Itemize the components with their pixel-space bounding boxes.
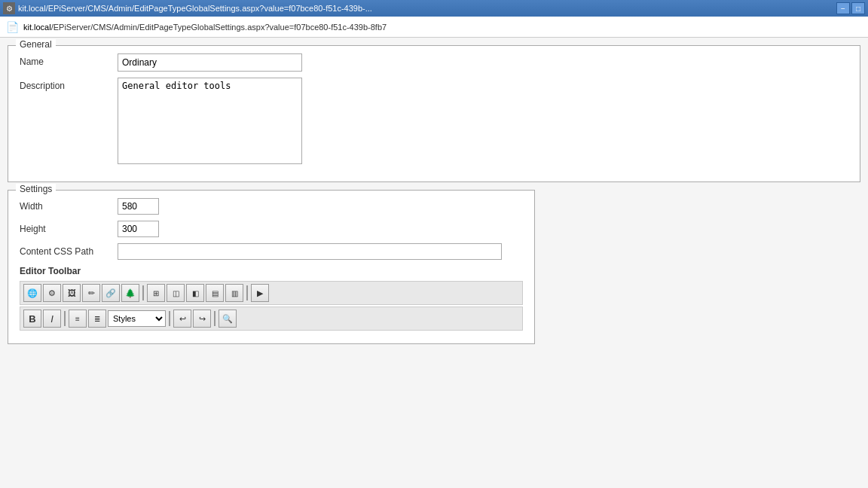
- toolbar-separator-5: [214, 311, 215, 326]
- redo-button[interactable]: ↪: [193, 310, 211, 328]
- unordered-list-icon[interactable]: ≡: [69, 310, 87, 328]
- address-bar: 📄 kit.local/EPiServer/CMS/Admin/EditPage…: [0, 17, 868, 38]
- insert-link-icon[interactable]: 🔗: [102, 284, 120, 302]
- ordered-list-icon[interactable]: ≣: [88, 310, 106, 328]
- media-icon[interactable]: ▶: [251, 284, 269, 302]
- general-fieldset: General Name Description General editor …: [8, 45, 860, 182]
- row-below-icon[interactable]: ▥: [225, 284, 243, 302]
- general-legend: General: [16, 39, 56, 50]
- url-host: kit.local: [23, 23, 51, 32]
- css-path-input[interactable]: [118, 243, 502, 260]
- width-input[interactable]: [118, 198, 159, 215]
- page-icon: 📄: [6, 21, 19, 33]
- find-icon[interactable]: 🔍: [219, 310, 237, 328]
- toolbar-separator-1: [142, 285, 144, 300]
- row-above-icon[interactable]: ▤: [206, 284, 224, 302]
- name-row: Name: [20, 53, 848, 72]
- description-label: Description: [20, 78, 118, 91]
- undo-button[interactable]: ↩: [173, 310, 191, 328]
- edit-icon[interactable]: ✏: [82, 284, 100, 302]
- title-bar-buttons: − □: [836, 2, 865, 14]
- title-bar: ⚙ kit.local/EPiServer/CMS/Admin/EditPage…: [0, 0, 868, 17]
- url-path: /EPiServer/CMS/Admin/EditPageTypeGlobalS…: [51, 23, 387, 32]
- title-bar-text: kit.local/EPiServer/CMS/Admin/EditPageTy…: [18, 4, 833, 13]
- toolbar-separator-3: [64, 311, 66, 326]
- bold-button[interactable]: B: [23, 310, 41, 328]
- col-right-icon[interactable]: ◧: [186, 284, 204, 302]
- css-path-label: Content CSS Path: [20, 243, 118, 257]
- height-input[interactable]: [118, 221, 159, 237]
- toolbar-row-2: B I ≡ ≣ Styles Normal Heading 1 Heading …: [20, 307, 523, 331]
- name-label: Name: [20, 53, 118, 67]
- maximize-button[interactable]: □: [851, 2, 865, 14]
- styles-select[interactable]: Styles Normal Heading 1 Heading 2 Headin…: [108, 310, 166, 327]
- globe-icon[interactable]: 🌐: [23, 284, 41, 302]
- special-chars-icon[interactable]: ⚙: [43, 284, 61, 302]
- app-icon: ⚙: [3, 2, 15, 14]
- description-textarea[interactable]: General editor tools: [118, 78, 302, 164]
- width-row: Width: [20, 198, 523, 215]
- settings-legend: Settings: [16, 184, 56, 194]
- insert-table-icon[interactable]: ⊞: [147, 284, 165, 302]
- image-icon[interactable]: 🖼: [63, 284, 81, 302]
- main-content: General Name Description General editor …: [0, 38, 868, 488]
- address-url[interactable]: kit.local/EPiServer/CMS/Admin/EditPageTy…: [23, 23, 387, 32]
- editor-toolbar-label: Editor Toolbar: [20, 266, 523, 276]
- width-label: Width: [20, 198, 118, 212]
- italic-button[interactable]: I: [43, 310, 61, 328]
- toolbar-separator-4: [169, 311, 170, 326]
- toolbar-separator-2: [246, 285, 248, 300]
- description-row: Description General editor tools: [20, 78, 848, 164]
- minimize-button[interactable]: −: [836, 2, 850, 14]
- col-left-icon[interactable]: ◫: [167, 284, 185, 302]
- toolbar-row-1: 🌐 ⚙ 🖼 ✏ 🔗 🌲 ⊞ ◫ ◧ ▤ ▥ ▶: [20, 281, 523, 305]
- height-row: Height: [20, 221, 523, 237]
- height-label: Height: [20, 221, 118, 234]
- settings-fieldset: Settings Width Height Content CSS Path E…: [8, 190, 535, 344]
- css-path-row: Content CSS Path: [20, 243, 523, 260]
- name-input[interactable]: [118, 53, 302, 72]
- tree-icon[interactable]: 🌲: [121, 284, 139, 302]
